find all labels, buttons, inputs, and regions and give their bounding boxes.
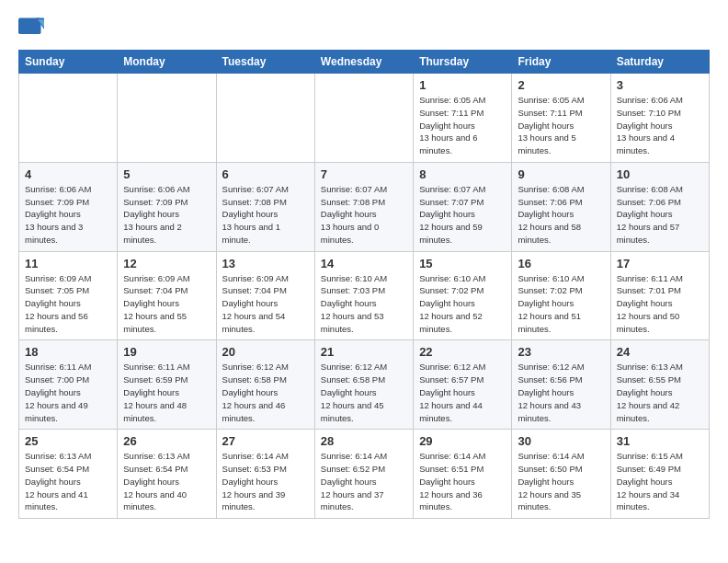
day-number: 29	[419, 434, 506, 448]
day-number: 16	[518, 257, 604, 270]
logo-icon	[18, 15, 44, 40]
day-info: Sunrise: 6:13 AMSunset: 6:54 PMDaylight …	[123, 450, 210, 513]
day-info: Sunrise: 6:14 AMSunset: 6:52 PMDaylight …	[321, 450, 407, 513]
day-info: Sunrise: 6:07 AMSunset: 7:07 PMDaylight …	[419, 183, 506, 247]
day-number: 14	[321, 257, 407, 270]
day-number: 2	[518, 78, 604, 92]
calendar-cell: 27Sunrise: 6:14 AMSunset: 6:53 PMDayligh…	[216, 430, 314, 519]
col-header-thursday: Thursday	[414, 51, 512, 74]
day-number: 23	[518, 345, 604, 359]
calendar-cell: 17Sunrise: 6:11 AMSunset: 7:01 PMDayligh…	[610, 251, 709, 340]
day-number: 28	[321, 434, 407, 448]
day-info: Sunrise: 6:10 AMSunset: 7:02 PMDaylight …	[518, 272, 604, 336]
calendar-cell: 24Sunrise: 6:13 AMSunset: 6:55 PMDayligh…	[610, 340, 709, 430]
calendar-cell: 12Sunrise: 6:09 AMSunset: 7:04 PMDayligh…	[118, 251, 216, 340]
calendar-cell: 13Sunrise: 6:09 AMSunset: 7:04 PMDayligh…	[216, 251, 314, 340]
calendar-cell: 10Sunrise: 6:08 AMSunset: 7:06 PMDayligh…	[610, 162, 709, 251]
calendar-cell: 26Sunrise: 6:13 AMSunset: 6:54 PMDayligh…	[118, 430, 216, 519]
day-info: Sunrise: 6:05 AMSunset: 7:11 PMDaylight …	[518, 94, 604, 157]
day-info: Sunrise: 6:12 AMSunset: 6:57 PMDaylight …	[419, 361, 506, 424]
day-number: 15	[419, 257, 506, 270]
day-number: 27	[222, 434, 309, 448]
calendar-table: SundayMondayTuesdayWednesdayThursdayFrid…	[18, 50, 710, 519]
col-header-sunday: Sunday	[19, 51, 118, 74]
day-info: Sunrise: 6:14 AMSunset: 6:53 PMDaylight …	[222, 450, 309, 513]
day-number: 20	[222, 345, 309, 359]
col-header-saturday: Saturday	[610, 51, 709, 74]
day-info: Sunrise: 6:14 AMSunset: 6:51 PMDaylight …	[419, 450, 506, 513]
day-number: 12	[123, 257, 210, 270]
day-info: Sunrise: 6:09 AMSunset: 7:04 PMDaylight …	[123, 272, 210, 336]
day-number: 19	[123, 345, 210, 359]
calendar-cell: 8Sunrise: 6:07 AMSunset: 7:07 PMDaylight…	[414, 162, 512, 251]
day-number: 9	[518, 167, 604, 181]
calendar-cell: 11Sunrise: 6:09 AMSunset: 7:05 PMDayligh…	[19, 251, 118, 340]
calendar-cell	[19, 74, 118, 163]
svg-rect-0	[18, 18, 41, 35]
calendar-cell: 23Sunrise: 6:12 AMSunset: 6:56 PMDayligh…	[512, 340, 610, 430]
col-header-monday: Monday	[118, 51, 216, 74]
calendar-cell: 9Sunrise: 6:08 AMSunset: 7:06 PMDaylight…	[512, 162, 610, 251]
day-number: 4	[25, 167, 111, 181]
day-number: 11	[25, 257, 111, 270]
day-info: Sunrise: 6:15 AMSunset: 6:49 PMDaylight …	[617, 450, 703, 513]
day-info: Sunrise: 6:13 AMSunset: 6:55 PMDaylight …	[617, 361, 703, 424]
calendar-cell	[216, 74, 314, 163]
calendar-cell: 15Sunrise: 6:10 AMSunset: 7:02 PMDayligh…	[414, 251, 512, 340]
day-number: 5	[123, 167, 210, 181]
calendar-cell: 1Sunrise: 6:05 AMSunset: 7:11 PMDaylight…	[414, 74, 512, 163]
day-info: Sunrise: 6:09 AMSunset: 7:04 PMDaylight …	[222, 272, 309, 336]
day-number: 10	[617, 167, 703, 181]
day-number: 17	[617, 257, 703, 270]
col-header-wednesday: Wednesday	[314, 51, 413, 74]
calendar-cell: 25Sunrise: 6:13 AMSunset: 6:54 PMDayligh…	[19, 430, 118, 519]
calendar-cell: 4Sunrise: 6:06 AMSunset: 7:09 PMDaylight…	[19, 162, 118, 251]
day-info: Sunrise: 6:10 AMSunset: 7:03 PMDaylight …	[321, 272, 407, 336]
calendar-cell: 28Sunrise: 6:14 AMSunset: 6:52 PMDayligh…	[314, 430, 413, 519]
day-number: 21	[321, 345, 407, 359]
day-info: Sunrise: 6:06 AMSunset: 7:09 PMDaylight …	[123, 183, 210, 247]
day-number: 31	[617, 434, 703, 448]
day-info: Sunrise: 6:09 AMSunset: 7:05 PMDaylight …	[25, 272, 111, 336]
day-number: 8	[419, 167, 506, 181]
calendar-row-1: 1Sunrise: 6:05 AMSunset: 7:11 PMDaylight…	[19, 74, 710, 163]
day-number: 6	[222, 167, 309, 181]
day-info: Sunrise: 6:08 AMSunset: 7:06 PMDaylight …	[617, 183, 703, 247]
header	[18, 15, 710, 40]
calendar-row-2: 4Sunrise: 6:06 AMSunset: 7:09 PMDaylight…	[19, 162, 710, 251]
day-number: 3	[617, 78, 703, 92]
day-info: Sunrise: 6:08 AMSunset: 7:06 PMDaylight …	[518, 183, 604, 247]
calendar-cell: 19Sunrise: 6:11 AMSunset: 6:59 PMDayligh…	[118, 340, 216, 430]
day-info: Sunrise: 6:12 AMSunset: 6:56 PMDaylight …	[518, 361, 604, 424]
day-number: 13	[222, 257, 309, 270]
col-header-friday: Friday	[512, 51, 610, 74]
day-number: 25	[25, 434, 111, 448]
calendar-row-5: 25Sunrise: 6:13 AMSunset: 6:54 PMDayligh…	[19, 430, 710, 519]
calendar-cell: 7Sunrise: 6:07 AMSunset: 7:08 PMDaylight…	[314, 162, 413, 251]
day-number: 22	[419, 345, 506, 359]
page: SundayMondayTuesdayWednesdayThursdayFrid…	[0, 0, 728, 534]
calendar-header-row: SundayMondayTuesdayWednesdayThursdayFrid…	[19, 51, 710, 74]
day-info: Sunrise: 6:07 AMSunset: 7:08 PMDaylight …	[222, 183, 309, 247]
calendar-row-4: 18Sunrise: 6:11 AMSunset: 7:00 PMDayligh…	[19, 340, 710, 430]
day-info: Sunrise: 6:14 AMSunset: 6:50 PMDaylight …	[518, 450, 604, 513]
day-info: Sunrise: 6:07 AMSunset: 7:08 PMDaylight …	[321, 183, 407, 247]
day-info: Sunrise: 6:13 AMSunset: 6:54 PMDaylight …	[25, 450, 111, 513]
day-info: Sunrise: 6:10 AMSunset: 7:02 PMDaylight …	[419, 272, 506, 336]
calendar-cell: 29Sunrise: 6:14 AMSunset: 6:51 PMDayligh…	[414, 430, 512, 519]
day-number: 24	[617, 345, 703, 359]
day-info: Sunrise: 6:06 AMSunset: 7:10 PMDaylight …	[617, 94, 703, 157]
calendar-cell	[118, 74, 216, 163]
day-info: Sunrise: 6:11 AMSunset: 7:00 PMDaylight …	[25, 361, 111, 424]
calendar-cell: 30Sunrise: 6:14 AMSunset: 6:50 PMDayligh…	[512, 430, 610, 519]
calendar-cell	[314, 74, 413, 163]
calendar-cell: 5Sunrise: 6:06 AMSunset: 7:09 PMDaylight…	[118, 162, 216, 251]
day-info: Sunrise: 6:12 AMSunset: 6:58 PMDaylight …	[321, 361, 407, 424]
day-info: Sunrise: 6:11 AMSunset: 6:59 PMDaylight …	[123, 361, 210, 424]
calendar-cell: 18Sunrise: 6:11 AMSunset: 7:00 PMDayligh…	[19, 340, 118, 430]
day-info: Sunrise: 6:05 AMSunset: 7:11 PMDaylight …	[419, 94, 506, 157]
calendar-cell: 20Sunrise: 6:12 AMSunset: 6:58 PMDayligh…	[216, 340, 314, 430]
calendar-cell: 21Sunrise: 6:12 AMSunset: 6:58 PMDayligh…	[314, 340, 413, 430]
day-number: 26	[123, 434, 210, 448]
day-number: 1	[419, 78, 506, 92]
